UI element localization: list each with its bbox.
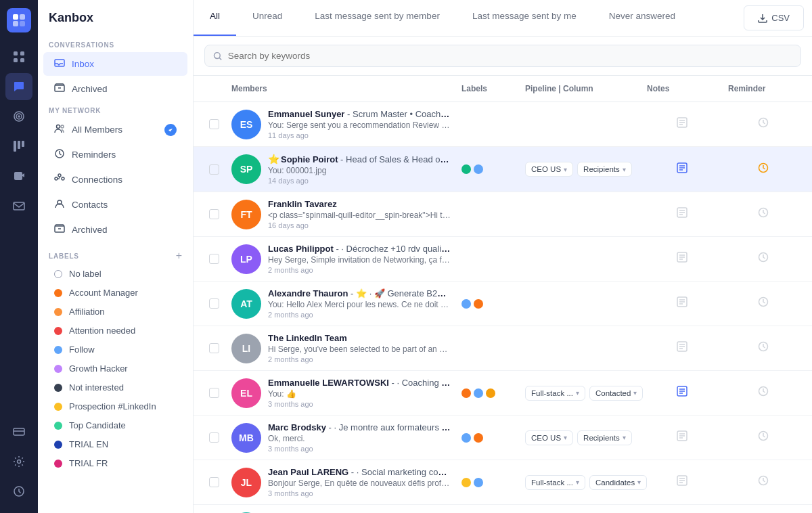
note-icon[interactable] [676,251,688,267]
csv-button[interactable]: CSV [744,5,804,30]
sidebar-item-inbox[interactable]: Inbox [43,52,187,76]
column-name: Recipients [583,434,620,442]
row-checkbox[interactable] [209,432,219,443]
member-cell: LPLucas Philippot - · Décrochez +10 rdv … [226,244,456,274]
sidebar-item-reminders[interactable]: Reminders [43,143,187,166]
row-checkbox[interactable] [209,298,219,309]
table-header: Members Labels Pipeline | Column Notes R… [194,76,812,102]
column-button[interactable]: Candidates▾ [589,475,647,490]
add-label-button[interactable]: + [176,250,182,261]
sidebar-label-item[interactable]: Follow [43,340,187,359]
table-row[interactable]: ATAlexandre Thauron - ⭐ · 🚀 Generate B2B… [194,282,812,326]
target-nav-icon[interactable] [5,103,32,130]
label-name: Not interested [69,382,124,393]
note-icon[interactable] [676,206,688,222]
reminder-icon[interactable] [757,206,769,222]
member-cell: ELEmmanuelle LEWARTOWSKI - · Coaching 📕 … [226,378,456,408]
inbox-icon [54,58,65,70]
pipeline-button[interactable]: CEO US▾ [525,430,573,445]
settings-nav-icon[interactable] [5,448,32,475]
svg-rect-0 [13,14,18,20]
avatar: MB [231,423,261,453]
reminder-icon[interactable] [757,385,769,401]
notes-cell [641,251,723,267]
th-pipeline: Pipeline | Column [520,81,641,96]
sidebar-label-item[interactable]: Top Candidate [43,416,187,434]
row-checkbox[interactable] [209,164,219,175]
note-icon[interactable] [676,340,688,356]
tab-item[interactable]: Last message sent by member [298,0,456,36]
chat-nav-icon[interactable] [5,73,32,100]
row-checkbox-cell [202,343,226,353]
clock-nav-icon[interactable] [5,478,32,505]
tab-item[interactable]: Unread [236,0,298,36]
note-icon[interactable] [676,430,688,445]
sidebar-item-archived[interactable]: Archived [43,77,187,101]
note-icon[interactable] [676,385,688,401]
row-checkbox[interactable] [209,209,219,219]
sidebar-label-item[interactable]: Attention needed [43,321,187,340]
table-row[interactable]: JLJean Paul LARENG - · Social marketing … [194,460,812,505]
note-icon[interactable] [676,116,688,132]
reminder-icon[interactable] [757,162,769,177]
table-row[interactable]: ELEmmanuelle LEWARTOWSKI - · Coaching 📕 … [194,371,812,416]
reminder-icon[interactable] [757,474,769,490]
sidebar-item-contacts[interactable]: Contacts [43,193,187,217]
column-button[interactable]: Contacted▾ [589,386,643,401]
table-row[interactable]: FTFranklin Tavarez<p class="spinmail-qui… [194,192,812,237]
main-content: AllUnreadLast message sent by memberLast… [194,0,812,513]
sidebar-item-connections[interactable]: Connections [43,168,187,192]
grid-nav-icon[interactable] [5,43,32,70]
table-row[interactable]: ESEmmanuel Sunyer - Scrum Master • Coach… [194,102,812,147]
reminder-icon[interactable] [757,296,769,311]
sidebar-item-all-members[interactable]: All Members [43,118,187,141]
chevron-down-icon: ▾ [576,478,579,486]
tab-item[interactable]: All [194,0,236,36]
message-preview: You: Hello Alex Merci pour les news. Ce … [268,300,451,309]
note-icon[interactable] [676,162,688,177]
row-checkbox[interactable] [209,477,219,487]
row-checkbox[interactable] [209,388,219,398]
sidebar-label-item[interactable]: Account Manager [43,284,187,302]
column-button[interactable]: Recipients▾ [577,162,632,177]
table-row[interactable]: AVAnne Vieux - · Fondatrice @Smart Link … [194,505,812,513]
sidebar-label-item[interactable]: Not interested [43,378,187,397]
sidebar-label-item[interactable]: TRIAL FR [43,454,187,472]
reminder-icon[interactable] [757,430,769,445]
row-labels-cell [456,299,520,309]
th-checkbox [202,81,226,96]
tab-item[interactable]: Never answered [593,0,692,36]
sidebar-label-item[interactable]: Growth Hacker [43,359,187,378]
search-input[interactable] [228,51,792,61]
table-row[interactable]: LPLucas Philippot - · Décrochez +10 rdv … [194,237,812,282]
members-badge [164,124,177,136]
table-row[interactable]: SP⭐Sophie Poirot - Head of Sales & Head … [194,147,812,192]
reminder-icon[interactable] [757,116,769,132]
column-button[interactable]: Recipients▾ [577,430,632,445]
app-logo[interactable] [7,8,31,32]
pipeline-button[interactable]: Full-stack ...▾ [525,386,585,401]
row-checkbox[interactable] [209,343,219,353]
row-checkbox[interactable] [209,119,219,129]
note-icon[interactable] [676,296,688,311]
card-nav-icon[interactable] [5,418,32,445]
sidebar-label-item[interactable]: Prospection #LinkedIn [43,397,187,416]
tab-item[interactable]: Last message sent by me [456,0,593,36]
pipeline-button[interactable]: Full-stack ...▾ [525,475,585,490]
table-row[interactable]: MBMarc Brodsky - · Je montre aux formate… [194,416,812,460]
video-nav-icon[interactable] [5,162,32,189]
board-nav-icon[interactable] [5,133,32,160]
reminder-icon[interactable] [757,251,769,267]
sidebar-label-item[interactable]: TRIAL EN [43,435,187,453]
all-members-label: All Members [72,125,122,135]
note-icon[interactable] [676,474,688,490]
pipeline-button[interactable]: CEO US▾ [525,162,573,177]
th-notes: Notes [641,81,723,96]
sidebar-item-archived2[interactable]: Archived [43,218,187,242]
sidebar-label-item[interactable]: Affiliation [43,303,187,321]
sidebar-label-item[interactable]: No label [43,265,187,283]
table-row[interactable]: LIThe LinkedIn TeamHi Serge, you've been… [194,326,812,371]
reminder-icon[interactable] [757,340,769,356]
row-checkbox[interactable] [209,254,219,264]
mail-nav-icon[interactable] [5,192,32,219]
